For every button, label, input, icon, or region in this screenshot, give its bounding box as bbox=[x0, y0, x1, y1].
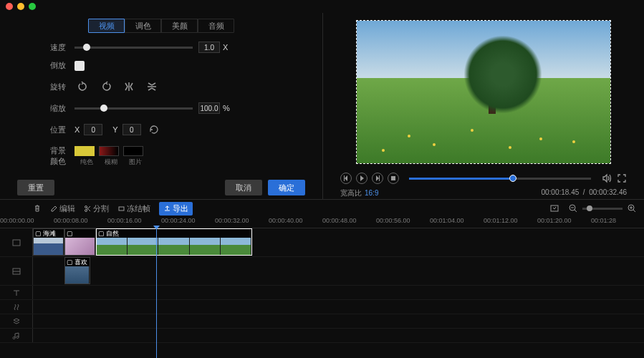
rotate-ccw-icon[interactable] bbox=[75, 78, 92, 95]
scale-input[interactable] bbox=[198, 102, 220, 114]
reverse-checkbox[interactable] bbox=[75, 61, 85, 71]
prev-frame-button[interactable] bbox=[340, 173, 352, 184]
bg-blur-swatch[interactable]: 模糊 bbox=[99, 146, 123, 167]
tab-video[interactable]: 视频 bbox=[88, 19, 125, 33]
fullscreen-icon[interactable] bbox=[617, 173, 627, 183]
bg-image-label: 图片 bbox=[129, 158, 142, 167]
scale-unit: % bbox=[223, 104, 230, 112]
playhead[interactable] bbox=[156, 228, 157, 358]
pos-y-input[interactable] bbox=[122, 124, 141, 135]
pos-x-label: X bbox=[75, 125, 80, 134]
scale-label: 缩放 bbox=[43, 103, 66, 114]
zoom-slider[interactable] bbox=[582, 208, 623, 210]
ruler-tick: 00:01:04.00 bbox=[430, 217, 464, 224]
clip-flower[interactable]: ▢ bbox=[64, 228, 96, 256]
ruler-tick: 00:00:24.00 bbox=[161, 217, 196, 224]
zoom-in-icon[interactable] bbox=[627, 203, 637, 213]
reset-position-icon[interactable] bbox=[145, 121, 163, 138]
cancel-button[interactable]: 取消 bbox=[225, 180, 262, 195]
split-tool[interactable]: 分割 bbox=[84, 203, 109, 214]
speed-input[interactable] bbox=[198, 42, 220, 53]
edit-panel: 视频 调色 美颜 音频 速度 X 倒放 旋转 缩放 bbox=[0, 13, 323, 199]
preview-panel: 宽高比16:9 00:00:18.45 / 00:00:32.46 bbox=[323, 13, 644, 199]
position-label: 位置 bbox=[43, 125, 66, 135]
ok-button[interactable]: 确定 bbox=[268, 180, 305, 195]
flip-horizontal-icon[interactable] bbox=[120, 78, 138, 95]
tab-beauty[interactable]: 美颜 bbox=[161, 19, 198, 33]
bg-solid-swatch[interactable]: 纯色 bbox=[75, 146, 99, 167]
audio-track-icon[interactable] bbox=[0, 257, 33, 285]
stop-button[interactable] bbox=[388, 173, 399, 184]
tab-color[interactable]: 调色 bbox=[125, 19, 161, 33]
timeline-ruler[interactable]: 00:00:00.0000:00:08.0000:00:16.0000:00:2… bbox=[0, 217, 644, 228]
svg-rect-0 bbox=[391, 176, 395, 180]
svg-rect-7 bbox=[13, 240, 20, 246]
reset-button[interactable]: 重置 bbox=[17, 180, 54, 195]
ruler-tick: 00:00:32.00 bbox=[215, 217, 249, 224]
clip-favorite[interactable]: ▢喜欢 bbox=[64, 257, 90, 284]
maximize-window[interactable] bbox=[29, 3, 36, 10]
clip-sea[interactable]: ▢海滩 bbox=[33, 228, 64, 256]
progress-bar[interactable] bbox=[409, 178, 591, 180]
ruler-tick: 00:01:20.00 bbox=[537, 217, 572, 224]
pos-x-input[interactable] bbox=[84, 124, 102, 135]
ruler-tick: 00:00:56.00 bbox=[376, 217, 410, 224]
next-frame-button[interactable] bbox=[372, 173, 383, 184]
preview-frame[interactable] bbox=[356, 20, 611, 164]
time-current: 00:00:18.45 bbox=[541, 188, 579, 196]
layer-track-icon[interactable] bbox=[0, 314, 33, 328]
ruler-tick: 00:00:00.00 bbox=[0, 217, 34, 224]
scale-slider[interactable] bbox=[75, 107, 193, 110]
bg-label: 背景颜色 bbox=[43, 145, 66, 167]
ruler-tick: 00:00:16.00 bbox=[107, 217, 142, 224]
tab-bar: 视频 调色 美颜 音频 bbox=[9, 19, 314, 33]
rotate-label: 旋转 bbox=[43, 82, 66, 92]
bg-image-swatch[interactable]: 图片 bbox=[123, 146, 148, 167]
zoom-out-icon[interactable] bbox=[568, 203, 578, 213]
speed-slider[interactable] bbox=[75, 47, 193, 49]
speed-label: 速度 bbox=[43, 42, 66, 53]
ruler-tick: 00:00:48.00 bbox=[322, 217, 357, 224]
svg-rect-3 bbox=[119, 207, 124, 211]
rotate-cw-icon[interactable] bbox=[97, 78, 115, 95]
play-button[interactable] bbox=[356, 173, 367, 184]
volume-icon[interactable] bbox=[601, 173, 612, 184]
clip-nature[interactable]: ▢自然 bbox=[96, 228, 252, 256]
flip-vertical-icon[interactable] bbox=[143, 78, 160, 95]
edit-tool[interactable]: 编辑 bbox=[50, 203, 75, 214]
video-track-icon[interactable] bbox=[0, 228, 33, 256]
timeline-region: 编辑 分割 冻结帧 导出 00:00:00.0000:00:08.0000:00… bbox=[0, 199, 644, 343]
delete-tool[interactable] bbox=[33, 204, 42, 213]
fit-timeline-icon[interactable] bbox=[549, 203, 559, 213]
music-track-icon[interactable] bbox=[0, 329, 33, 342]
freeze-tool[interactable]: 冻结帧 bbox=[117, 203, 150, 214]
effect-track-icon[interactable] bbox=[0, 300, 33, 314]
bg-solid-label: 纯色 bbox=[80, 158, 93, 167]
tab-audio[interactable]: 音频 bbox=[198, 19, 234, 33]
export-tool[interactable]: 导出 bbox=[159, 202, 193, 216]
close-window[interactable] bbox=[6, 3, 13, 10]
ratio-value: 16:9 bbox=[365, 189, 378, 197]
time-sep: / bbox=[583, 188, 585, 196]
reverse-label: 倒放 bbox=[43, 60, 66, 71]
text-track-icon[interactable] bbox=[0, 286, 33, 299]
ruler-tick: 00:01:12.00 bbox=[484, 217, 518, 224]
tracks: ▢海滩 ▢ ▢自然 ▢喜欢 bbox=[0, 228, 644, 343]
svg-rect-4 bbox=[551, 205, 558, 211]
minimize-window[interactable] bbox=[17, 3, 24, 10]
time-total: 00:00:32.46 bbox=[589, 188, 627, 196]
speed-unit: X bbox=[223, 43, 228, 52]
ratio-label: 宽高比 bbox=[340, 189, 362, 197]
bg-blur-label: 模糊 bbox=[105, 158, 117, 167]
pos-y-label: Y bbox=[112, 125, 117, 134]
ruler-tick: 00:00:08.00 bbox=[54, 217, 88, 224]
ruler-tick: 00:00:40.00 bbox=[269, 217, 303, 224]
window-controls[interactable] bbox=[6, 3, 36, 10]
ruler-tick: 00:01:28 bbox=[591, 217, 616, 224]
